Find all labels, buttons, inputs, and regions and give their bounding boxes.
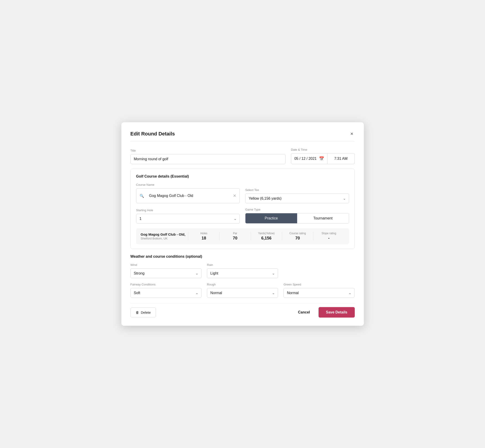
course-name-input[interactable]	[146, 191, 231, 200]
rain-select[interactable]: NoneLightModerateHeavy	[207, 268, 278, 278]
course-info-name: Gog Magog Golf Club - Old, Shelford Bott…	[141, 232, 188, 240]
rough-select-wrap: SoftNormalHard ⌄	[207, 288, 278, 298]
fairway-select-wrap: SoftNormalHard ⌄	[130, 288, 202, 298]
weather-section: Weather and course conditions (optional)…	[130, 255, 355, 298]
game-type-group: Game Type Practice Tournament	[245, 208, 349, 224]
wind-rain-row: Wind NoneLightModerateStrong ⌄ Rain None…	[130, 263, 355, 278]
trash-icon: 🗑	[136, 311, 139, 314]
select-tee-input[interactable]: Yellow (6,156 yards) White Red Blue	[245, 193, 349, 203]
time-value: 7:31 AM	[334, 157, 348, 161]
rain-label: Rain	[207, 263, 278, 267]
wind-select-wrap: NoneLightModerateStrong ⌄	[130, 268, 202, 278]
course-info-bar: Gog Magog Golf Club - Old, Shelford Bott…	[136, 228, 349, 244]
clear-icon[interactable]: ✕	[233, 193, 236, 198]
wind-select[interactable]: NoneLightModerateStrong	[130, 268, 202, 278]
yards-value: 6,156	[255, 236, 278, 241]
search-icon: 🔍	[140, 194, 144, 198]
select-tee-group: Select Tee Yellow (6,156 yards) White Re…	[245, 188, 349, 203]
yards-label: Yards(Yellow)	[255, 232, 278, 235]
close-button[interactable]: ×	[349, 130, 355, 137]
select-tee-wrap: Yellow (6,156 yards) White Red Blue ⌄	[245, 193, 349, 203]
title-group: Title	[130, 149, 285, 164]
course-full-name: Gog Magog Golf Club - Old,	[141, 232, 188, 236]
slope-rating-stat: Slope rating -	[313, 232, 344, 241]
wind-group: Wind NoneLightModerateStrong ⌄	[130, 263, 202, 278]
green-speed-group: Green Speed SlowNormalFast ⌄	[283, 283, 355, 298]
golf-course-title: Golf Course details (Essential)	[136, 174, 349, 178]
course-name-search-wrap[interactable]: 🔍 ✕	[136, 188, 240, 203]
rough-label: Rough	[207, 283, 278, 286]
fairway-label: Fairway Conditions	[130, 283, 202, 286]
hole-gametype-row: Starting Hole 1234 5678 910 ⌄ Game Type …	[136, 208, 349, 224]
slope-rating-label: Slope rating	[317, 232, 341, 235]
rain-select-wrap: NoneLightModerateHeavy ⌄	[207, 268, 278, 278]
game-type-label: Game Type	[245, 208, 349, 211]
practice-button[interactable]: Practice	[245, 213, 297, 223]
date-input-wrap[interactable]: 05 / 12 / 2021 📅	[291, 153, 327, 164]
fairway-group: Fairway Conditions SoftNormalHard ⌄	[130, 283, 202, 298]
modal-title: Edit Round Details	[130, 131, 175, 137]
footer-right: Cancel Save Details	[294, 307, 355, 318]
course-name-label: Course Name	[136, 183, 240, 186]
green-speed-select[interactable]: SlowNormalFast	[283, 288, 355, 298]
title-label: Title	[130, 149, 285, 152]
course-location: Shelford Bottom, UK	[141, 237, 188, 240]
edit-round-modal: Edit Round Details × Title Date & Time 0…	[121, 122, 364, 326]
yards-stat: Yards(Yellow) 6,156	[251, 232, 282, 241]
calendar-icon: 📅	[319, 156, 324, 161]
starting-hole-input[interactable]: 1234 5678 910	[136, 214, 240, 224]
green-speed-select-wrap: SlowNormalFast ⌄	[283, 288, 355, 298]
fairway-rough-green-row: Fairway Conditions SoftNormalHard ⌄ Roug…	[130, 283, 355, 298]
par-value: 70	[223, 236, 247, 241]
green-speed-label: Green Speed	[283, 283, 355, 286]
modal-header: Edit Round Details ×	[130, 130, 355, 142]
course-rating-stat: Course rating 70	[282, 232, 313, 241]
par-label: Par	[223, 232, 247, 235]
holes-label: Holes	[192, 232, 216, 235]
delete-button[interactable]: 🗑 Delete	[130, 308, 156, 317]
game-type-toggle: Practice Tournament	[245, 213, 349, 224]
starting-hole-group: Starting Hole 1234 5678 910 ⌄	[136, 208, 240, 224]
modal-footer: 🗑 Delete Cancel Save Details	[130, 303, 355, 318]
starting-hole-label: Starting Hole	[136, 208, 240, 212]
par-stat: Par 70	[219, 232, 251, 241]
date-time-label: Date & Time	[291, 148, 355, 151]
weather-section-title: Weather and course conditions (optional)	[130, 255, 355, 259]
tournament-button[interactable]: Tournament	[297, 213, 349, 223]
course-tee-row: Course Name 🔍 ✕ Select Tee Yellow (6,156…	[136, 183, 349, 203]
save-button[interactable]: Save Details	[319, 307, 355, 318]
delete-label: Delete	[141, 311, 151, 314]
rough-group: Rough SoftNormalHard ⌄	[207, 283, 278, 298]
course-name-group: Course Name 🔍 ✕	[136, 183, 240, 203]
date-time-group: Date & Time 05 / 12 / 2021 📅 7:31 AM	[291, 148, 355, 164]
select-tee-label: Select Tee	[245, 188, 349, 192]
wind-label: Wind	[130, 263, 202, 267]
title-input[interactable]	[130, 154, 285, 164]
rough-select[interactable]: SoftNormalHard	[207, 288, 278, 298]
holes-stat: Holes 18	[188, 232, 219, 241]
date-time-inputs: 05 / 12 / 2021 📅 7:31 AM	[291, 153, 355, 164]
rain-spacer	[283, 263, 355, 278]
fairway-select[interactable]: SoftNormalHard	[130, 288, 202, 298]
slope-rating-value: -	[317, 236, 341, 241]
starting-hole-wrap: 1234 5678 910 ⌄	[136, 214, 240, 224]
title-date-row: Title Date & Time 05 / 12 / 2021 📅 7:31 …	[130, 148, 355, 164]
golf-course-section: Golf Course details (Essential) Course N…	[130, 169, 355, 249]
course-rating-label: Course rating	[286, 232, 309, 235]
cancel-button[interactable]: Cancel	[294, 308, 314, 317]
rain-group: Rain NoneLightModerateHeavy ⌄	[207, 263, 278, 278]
holes-value: 18	[192, 236, 216, 241]
time-input-wrap[interactable]: 7:31 AM	[327, 153, 355, 164]
date-value: 05 / 12 / 2021	[294, 157, 317, 161]
course-rating-value: 70	[286, 236, 309, 241]
